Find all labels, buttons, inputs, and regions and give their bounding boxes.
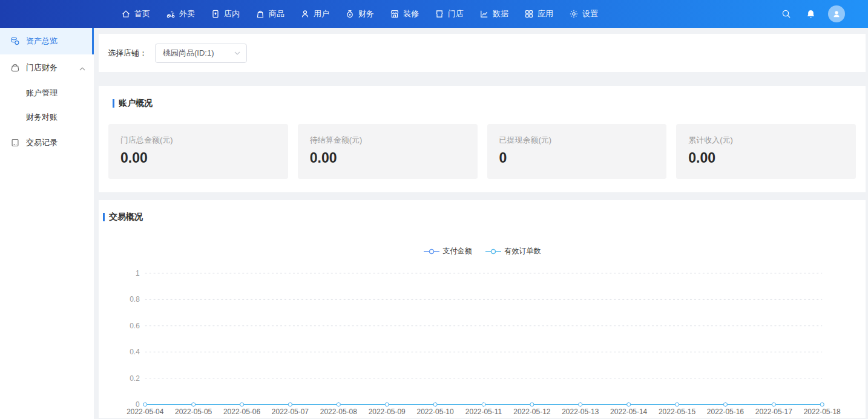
store-select-value: 桃园尚品(ID:1) <box>163 48 214 59</box>
stat-card-withdrawn-balance: 已提现余额(元) 0 <box>487 124 667 179</box>
stat-card-value: 0.00 <box>120 150 276 166</box>
user-icon <box>300 9 310 19</box>
record-document-icon <box>10 138 20 148</box>
nav-item-goods[interactable]: 商品 <box>255 0 284 28</box>
nav-item-label: 装修 <box>403 8 419 19</box>
svg-text:2022-05-12: 2022-05-12 <box>513 408 550 416</box>
svg-text:0.6: 0.6 <box>130 322 140 330</box>
sidebar-item-label: 财务对账 <box>26 112 58 123</box>
chevron-down-icon <box>234 51 240 55</box>
svg-text:2022-05-09: 2022-05-09 <box>369 408 406 416</box>
nav-item-takeout[interactable]: 外卖 <box>166 0 195 28</box>
sidebar: 资产总览 门店财务 账户管理 财务对账 交易记录 <box>0 28 94 419</box>
sidebar-item-label: 门店财务 <box>26 62 58 73</box>
svg-text:2022-05-08: 2022-05-08 <box>320 408 357 416</box>
nav-item-label: 数据 <box>493 8 508 19</box>
sidebar-item-label: 资产总览 <box>26 36 58 47</box>
stat-card-value: 0.00 <box>310 150 465 166</box>
svg-text:2022-05-11: 2022-05-11 <box>465 408 502 416</box>
top-nav: 首页 外卖 店内 商品 用户 财务 装修 门店 <box>0 0 868 28</box>
svg-text:2022-05-13: 2022-05-13 <box>562 408 599 416</box>
svg-text:2022-05-07: 2022-05-07 <box>272 408 309 416</box>
sidebar-item-account-management[interactable]: 账户管理 <box>0 81 94 105</box>
account-overview-title: 账户概况 <box>113 98 856 109</box>
nav-item-label: 应用 <box>538 8 553 19</box>
nav-item-label: 店内 <box>224 8 240 19</box>
store-filter-label: 选择店铺： <box>108 48 147 59</box>
nav-item-apps[interactable]: 应用 <box>524 0 553 28</box>
svg-text:2022-05-17: 2022-05-17 <box>755 408 792 416</box>
coins-icon <box>10 36 20 46</box>
nav-item-store[interactable]: 门店 <box>435 0 464 28</box>
svg-text:0.4: 0.4 <box>130 348 140 356</box>
data-chart-icon <box>479 9 489 19</box>
svg-text:2022-05-10: 2022-05-10 <box>417 408 454 416</box>
stat-card-value: 0.00 <box>688 150 844 166</box>
nav-item-instore[interactable]: 店内 <box>211 0 240 28</box>
nav-item-users[interactable]: 用户 <box>300 0 329 28</box>
svg-text:2022-05-15: 2022-05-15 <box>659 408 695 416</box>
svg-text:1: 1 <box>136 269 140 278</box>
store-select[interactable]: 桃园尚品(ID:1) <box>155 44 247 63</box>
sidebar-item-asset-overview[interactable]: 资产总览 <box>0 28 94 54</box>
svg-text:2022-05-18: 2022-05-18 <box>804 408 841 416</box>
main-content: 选择店铺： 桃园尚品(ID:1) 账户概况 门店总金额(元) 0.00 待结算金… <box>94 28 868 419</box>
nav-item-label: 门店 <box>448 8 464 19</box>
stat-card-value: 0 <box>499 150 655 166</box>
nav-item-settings[interactable]: 设置 <box>569 0 598 28</box>
top-nav-menu: 首页 外卖 店内 商品 用户 财务 装修 门店 <box>121 0 598 28</box>
apps-grid-icon <box>524 9 534 19</box>
home-icon <box>121 9 131 19</box>
svg-text:2022-05-04: 2022-05-04 <box>127 408 163 416</box>
stat-card-pending-settlement: 待结算金额(元) 0.00 <box>298 124 478 179</box>
nav-item-label: 财务 <box>358 8 374 19</box>
user-avatar[interactable] <box>828 5 845 22</box>
svg-text:0.2: 0.2 <box>130 374 140 383</box>
sidebar-item-transaction-records[interactable]: 交易记录 <box>0 129 94 156</box>
sidebar-item-label: 交易记录 <box>26 137 58 148</box>
stat-card-label: 门店总金额(元) <box>120 135 276 146</box>
search-icon[interactable] <box>780 7 793 21</box>
takeout-scooter-icon <box>166 9 176 19</box>
store-filter-panel: 选择店铺： 桃园尚品(ID:1) <box>99 34 866 72</box>
stat-card-cumulative-income: 累计收入(元) 0.00 <box>676 124 856 179</box>
chevron-up-icon <box>79 63 85 73</box>
instore-icon <box>211 9 220 19</box>
decorate-storefront-icon <box>390 9 399 19</box>
settings-gear-icon <box>569 9 579 19</box>
account-overview-panel: 账户概况 门店总金额(元) 0.00 待结算金额(元) 0.00 已提现余额(元… <box>99 86 866 192</box>
nav-item-label: 用户 <box>314 8 329 19</box>
nav-item-decorate[interactable]: 装修 <box>390 0 419 28</box>
top-nav-right <box>780 5 868 22</box>
transactions-line-chart: 00.20.40.60.812022-05-042022-05-052022-0… <box>99 200 866 418</box>
transaction-overview-panel: 交易概况 支付金额有效订单数 00.20.40.60.812022-05-042… <box>99 200 866 418</box>
title-accent-bar <box>113 99 114 108</box>
goods-bag-icon <box>255 9 265 19</box>
stat-card-store-total: 门店总金额(元) 0.00 <box>108 124 288 179</box>
store-icon <box>435 9 444 19</box>
stat-cards: 门店总金额(元) 0.00 待结算金额(元) 0.00 已提现余额(元) 0 累… <box>108 124 856 179</box>
nav-item-label: 外卖 <box>179 8 195 19</box>
stat-card-label: 待结算金额(元) <box>310 135 465 146</box>
sidebar-item-label: 账户管理 <box>26 88 58 99</box>
nav-item-finance[interactable]: 财务 <box>345 0 374 28</box>
nav-item-label: 设置 <box>582 8 598 19</box>
stat-card-label: 累计收入(元) <box>688 135 844 146</box>
nav-item-data[interactable]: 数据 <box>479 0 508 28</box>
notification-bell-icon[interactable] <box>804 7 817 21</box>
nav-item-label: 首页 <box>134 8 150 19</box>
stat-card-label: 已提现余额(元) <box>499 135 655 146</box>
nav-item-home[interactable]: 首页 <box>121 0 150 28</box>
svg-text:0.8: 0.8 <box>130 295 140 304</box>
svg-text:2022-05-05: 2022-05-05 <box>175 408 212 416</box>
purse-icon <box>10 63 20 73</box>
nav-item-label: 商品 <box>269 8 284 19</box>
sidebar-item-store-finance[interactable]: 门店财务 <box>0 54 94 81</box>
svg-text:2022-05-16: 2022-05-16 <box>707 408 744 416</box>
finance-moneybag-icon <box>345 9 355 19</box>
svg-text:2022-05-14: 2022-05-14 <box>610 408 647 416</box>
svg-text:2022-05-06: 2022-05-06 <box>223 408 260 416</box>
sidebar-item-financial-reconciliation[interactable]: 财务对账 <box>0 105 94 129</box>
